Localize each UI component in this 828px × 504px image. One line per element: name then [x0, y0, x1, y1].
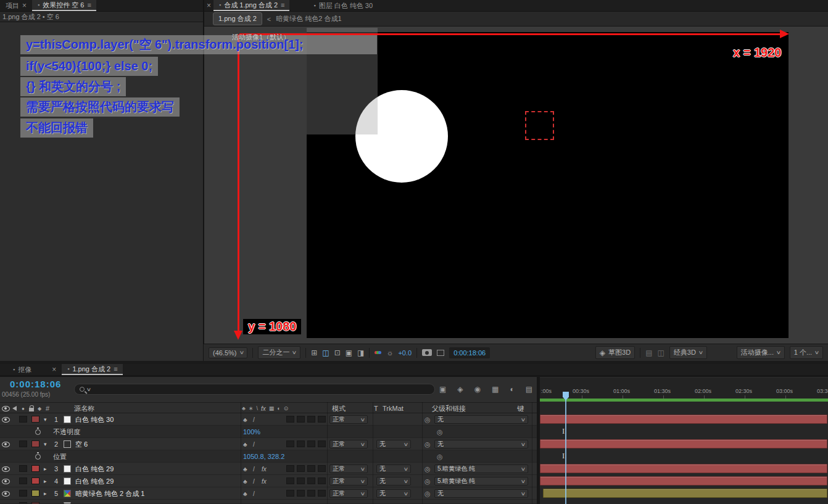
tab-project[interactable]: 项目 ×	[0, 0, 32, 11]
switch-cell[interactable]	[307, 416, 315, 423]
tab-layer[interactable]: ▪ 图层 白色 纯色 30	[308, 0, 378, 11]
layer-duration-bar[interactable]	[543, 489, 827, 498]
stopwatch-icon[interactable]	[35, 450, 41, 463]
panel-menu-icon[interactable]: ≡	[87, 1, 90, 9]
layer-name[interactable]: 暗黄绿色 纯色 2 合成 1	[75, 487, 144, 500]
layer-name[interactable]: 白色 纯色 30	[75, 413, 114, 426]
comp-nav-target[interactable]: 暗黄绿色 纯色2 合成1	[276, 14, 341, 23]
pick-whip-icon[interactable]: ◎	[437, 426, 443, 438]
switch-cell[interactable]	[297, 465, 305, 472]
tab-keying[interactable]: ▪ 抠像 ×	[7, 364, 62, 375]
frame-blend-switch[interactable]: ♣	[243, 413, 247, 426]
visibility-toggle[interactable]	[2, 413, 10, 426]
close-icon[interactable]: ×	[204, 0, 213, 11]
switch-cell[interactable]	[297, 477, 305, 484]
expand-caret[interactable]: ▸	[44, 463, 47, 475]
quality-switch[interactable]: /	[253, 438, 255, 450]
blend-mode-dropdown[interactable]: 正常∨	[329, 440, 368, 448]
switch-cell[interactable]	[307, 465, 315, 472]
frame-blend-switch[interactable]: ♣	[243, 475, 247, 487]
switch-cell[interactable]	[318, 465, 326, 472]
property-name[interactable]: 位置	[53, 450, 67, 463]
layer-row[interactable]: ▸ 4 白色 纯色 29 ♣ / fx 正常∨ 无∨ ◎ 5.暗黄绿色 纯∨	[0, 475, 537, 487]
quality-switch[interactable]: /	[253, 487, 255, 500]
blend-mode-dropdown[interactable]: 正常∨	[329, 465, 368, 473]
layer-row[interactable]: ▸ 5 暗黄绿色 纯色 2 合成 1 ♣ / 正常∨ 无∨ ◎ 无∨	[0, 487, 537, 500]
tab-timeline-comp[interactable]: ▪ 1.png 合成 2 ≡	[62, 364, 122, 375]
parent-dropdown[interactable]: 无∨	[434, 440, 528, 448]
blend-mode-dropdown[interactable]: 正常∨	[329, 415, 368, 424]
expand-caret[interactable]: ▸	[44, 487, 47, 500]
property-value[interactable]: 1050.8, 328.2	[243, 450, 284, 463]
label-chip[interactable]	[31, 477, 39, 484]
switch-cell[interactable]	[286, 465, 294, 472]
label-chip[interactable]	[31, 465, 39, 472]
comp-canvas[interactable]	[307, 32, 789, 338]
share-view-icon[interactable]: ◫	[658, 349, 664, 357]
solo-toggle[interactable]	[19, 490, 27, 497]
close-icon[interactable]: ×	[52, 365, 56, 374]
region-of-interest-icon[interactable]: ⊡	[334, 349, 341, 357]
renderer-dropdown[interactable]: 经典3D∨	[669, 346, 707, 359]
visibility-toggle[interactable]	[2, 475, 10, 487]
current-timecode[interactable]: 0:00:18:06	[10, 379, 61, 389]
draft-3d-icon[interactable]: ◈	[457, 385, 463, 394]
layer-row[interactable]	[0, 500, 537, 504]
camera-view-dropdown[interactable]: 活动摄像...∨	[737, 346, 785, 359]
layer-name[interactable]: 白色 纯色 29	[75, 475, 114, 487]
tab-effect-controls[interactable]: ▪ 效果控件 空 6 ≡	[32, 0, 96, 11]
label-chip[interactable]	[31, 440, 39, 447]
property-row[interactable]: 不透明度 100% ◎	[0, 426, 537, 438]
layer-row[interactable]: ▸ 3 白色 纯色 29 ♣ / fx 正常∨ 无∨ ◎ 5.暗黄绿色 纯∨	[0, 463, 537, 475]
quality-switch[interactable]: /	[253, 475, 255, 487]
quality-switch[interactable]: /	[253, 413, 255, 426]
frame-blend-switch[interactable]: ♣	[243, 463, 247, 475]
fx-badge[interactable]: fx	[262, 463, 267, 475]
label-chip[interactable]	[31, 416, 39, 423]
parent-dropdown[interactable]: 无∨	[434, 415, 528, 424]
solo-toggle[interactable]	[19, 477, 27, 484]
transparency-grid-icon[interactable]: ▣	[346, 349, 352, 357]
mini-flowchart-icon[interactable]: ▣	[439, 385, 446, 394]
layer-duration-bar[interactable]	[540, 415, 827, 424]
switch-cell[interactable]	[318, 490, 326, 497]
quality-switch[interactable]: /	[253, 463, 255, 475]
switch-cell[interactable]	[286, 477, 294, 484]
expand-caret[interactable]: ▾	[44, 413, 47, 426]
switch-cell[interactable]	[286, 440, 294, 447]
switch-cell[interactable]	[307, 490, 315, 497]
solo-toggle[interactable]	[19, 416, 27, 423]
tab-composition[interactable]: ▪ 合成 1.png 合成 2 ≡	[213, 0, 289, 11]
comp-nav-current[interactable]: 1.png 合成 2	[213, 12, 262, 25]
switch-cell[interactable]	[318, 416, 326, 423]
pick-whip-icon[interactable]: ◎	[424, 438, 431, 450]
channel-icon[interactable]	[375, 351, 381, 354]
zoom-dropdown[interactable]: (46.5%)∨	[209, 347, 247, 358]
trkmat-dropdown[interactable]: 无∨	[376, 489, 411, 498]
switch-cell[interactable]	[286, 490, 294, 497]
frame-blend-icon[interactable]: ▦	[492, 385, 499, 394]
visibility-toggle[interactable]	[2, 463, 10, 475]
pick-whip-icon[interactable]: ◎	[424, 487, 431, 500]
pixel-aspect-icon[interactable]: ◨	[357, 349, 364, 357]
panel-menu-icon[interactable]: ≡	[114, 365, 117, 373]
pick-whip-icon[interactable]: ◎	[424, 413, 431, 426]
switch-cell[interactable]	[307, 477, 315, 484]
graph-editor-icon[interactable]: ▤	[526, 385, 532, 394]
view-layout-icon[interactable]: ▤	[645, 349, 652, 357]
mask-visibility-icon[interactable]: ◫	[322, 349, 329, 357]
pick-whip-icon[interactable]: ◎	[437, 450, 443, 463]
exposure-icon[interactable]: ☼	[386, 349, 393, 357]
property-name[interactable]: 不透明度	[53, 426, 80, 438]
show-snapshot-icon[interactable]	[437, 350, 444, 356]
blend-mode-dropdown[interactable]: 正常∨	[329, 489, 368, 498]
layer-row[interactable]: ▾ 1 白色 纯色 30 ♣ / 正常∨ ◎ 无∨	[0, 413, 537, 426]
visibility-toggle[interactable]	[2, 438, 10, 450]
switch-cell[interactable]	[318, 477, 326, 484]
switch-cell[interactable]	[297, 490, 305, 497]
close-icon[interactable]: ×	[22, 1, 27, 10]
pick-whip-icon[interactable]: ◎	[424, 463, 431, 475]
pick-whip-icon[interactable]: ◎	[424, 475, 431, 487]
view-count-dropdown[interactable]: 1 个...∨	[790, 346, 823, 359]
solo-toggle[interactable]	[19, 440, 27, 447]
